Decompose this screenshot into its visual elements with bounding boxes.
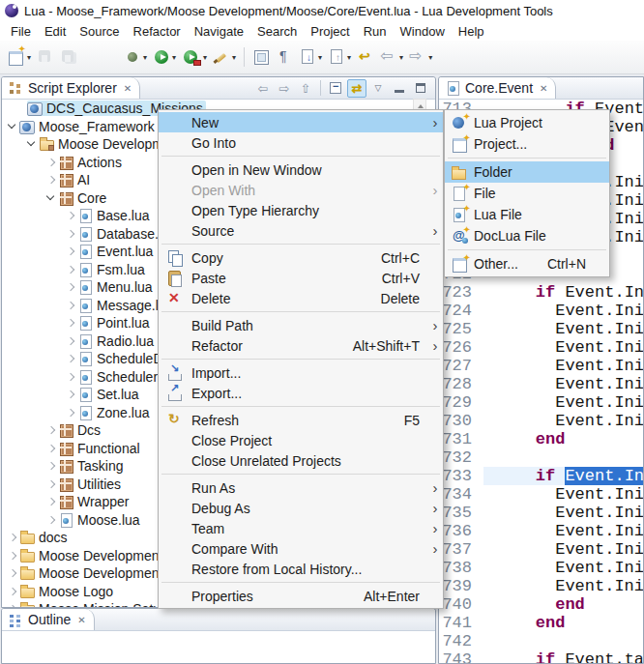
code-line-726[interactable]: 726 Event.IniUnitName = Event.IniDCSUnit… xyxy=(439,338,643,357)
forward-dropdown-icon[interactable]: ▾ xyxy=(428,53,432,62)
format-button[interactable]: ▾ xyxy=(211,45,238,69)
chevron-right-icon[interactable] xyxy=(44,422,58,438)
new-submenu-item-project[interactable]: Project... xyxy=(445,133,609,155)
chevron-right-icon[interactable] xyxy=(64,208,77,223)
chevron-right-icon[interactable] xyxy=(44,512,58,528)
new-submenu-item-lua-project[interactable]: Lua Project xyxy=(445,112,609,133)
tab-outline[interactable]: Outline ✕ xyxy=(2,609,95,630)
run-dropdown-icon[interactable]: ▾ xyxy=(172,53,176,62)
code-line-740[interactable]: 740 end xyxy=(439,595,643,614)
context-menu-item-debug-as[interactable]: Debug As› xyxy=(159,498,443,518)
menu-window[interactable]: Window xyxy=(394,22,452,41)
chevron-right-icon[interactable] xyxy=(44,476,58,492)
context-menu-item-open-type-hierarchy[interactable]: Open Type Hierarchy xyxy=(159,200,443,220)
coverage-dropdown-icon[interactable]: ▾ xyxy=(203,53,207,62)
context-menu-item-team[interactable]: Team› xyxy=(159,518,443,538)
chevron-right-icon[interactable] xyxy=(6,584,19,599)
view-back-button[interactable]: ⇦ xyxy=(253,79,273,98)
context-menu-item-refresh[interactable]: RefreshF5 xyxy=(159,410,443,430)
code-line-732[interactable]: 732 xyxy=(439,448,643,467)
menu-project[interactable]: Project xyxy=(304,22,356,41)
chevron-down-icon[interactable] xyxy=(6,119,19,134)
chevron-down-icon[interactable] xyxy=(25,136,39,152)
run-button[interactable]: ▾ xyxy=(151,45,178,69)
code-line-728[interactable]: 728 Event.IniDCSGroup = Event.IniDCSUnit… xyxy=(439,375,643,393)
close-icon[interactable]: ✕ xyxy=(77,615,85,625)
code-line-741[interactable]: 741 end xyxy=(439,614,643,632)
context-menu-item-close-project[interactable]: Close Project xyxy=(159,430,443,450)
menu-run[interactable]: Run xyxy=(357,22,394,41)
menu-help[interactable]: Help xyxy=(452,22,491,41)
forward-button[interactable]: ▾ xyxy=(407,45,434,69)
code-line-742[interactable]: 742 xyxy=(439,632,643,650)
code-line-733[interactable]: 733 if Event.IniObjectCategory == Object… xyxy=(439,467,643,485)
context-menu-item-compare-with[interactable]: Compare With› xyxy=(159,538,443,559)
next-annotation-button[interactable]: ▾ xyxy=(297,45,324,69)
code-line-739[interactable]: 739 Event.IniTypeName = Event.IniDCSUnit… xyxy=(439,577,643,595)
context-menu-item-close-unrelated-projects[interactable]: Close Unrelated Projects xyxy=(159,450,443,471)
chevron-right-icon[interactable] xyxy=(64,405,77,420)
chevron-right-icon[interactable] xyxy=(44,494,58,509)
close-icon[interactable]: ✕ xyxy=(124,83,132,94)
format-dropdown-icon[interactable]: ▾ xyxy=(232,53,236,62)
debug-dropdown-icon[interactable]: ▾ xyxy=(143,53,147,62)
chevron-right-icon[interactable] xyxy=(64,369,77,385)
context-menu-item-go-into[interactable]: Go Into xyxy=(159,132,443,153)
chevron-right-icon[interactable] xyxy=(44,458,58,474)
context-menu-item-restore-from-local-history[interactable]: Restore from Local History... xyxy=(159,559,443,579)
code-line-729[interactable]: 729 Event.IniDCSGroupName = Event.IniDCS… xyxy=(439,393,643,412)
chevron-right-icon[interactable] xyxy=(6,548,19,563)
context-menu-item-source[interactable]: Source› xyxy=(159,220,443,241)
code-line-737[interactable]: 737 Event.IniUnit = STATIC:FindByName( E… xyxy=(439,540,643,559)
back-button[interactable]: ▾ xyxy=(378,45,405,69)
collapse-all-button[interactable] xyxy=(326,79,345,98)
link-with-editor-button[interactable]: ⇄ xyxy=(347,79,366,98)
code-line-738[interactable]: 738 Event.IniCategory = Unit.Category.ST… xyxy=(439,559,643,577)
debug-button[interactable]: ▾ xyxy=(122,45,149,69)
context-menu-item-paste[interactable]: PasteCtrl+V xyxy=(159,268,443,288)
mark-occurrences-button[interactable] xyxy=(250,45,272,69)
menu-refactor[interactable]: Refactor xyxy=(127,22,188,41)
context-menu-item-import[interactable]: Import... xyxy=(159,362,443,383)
context-menu-item-delete[interactable]: DeleteDelete xyxy=(159,288,443,308)
prev-annotation-button[interactable]: ▾ xyxy=(326,45,353,69)
next-annotation-dropdown-icon[interactable]: ▾ xyxy=(318,53,322,62)
context-menu-item-build-path[interactable]: Build Path› xyxy=(159,315,443,335)
menu-navigate[interactable]: Navigate xyxy=(188,22,250,41)
close-icon[interactable]: ✕ xyxy=(540,83,547,94)
context-menu-item-refactor[interactable]: RefactorAlt+Shift+T› xyxy=(159,335,443,356)
code-line-723[interactable]: 723 if Event.IniObjectCategory == Object… xyxy=(439,283,643,302)
code-line-735[interactable]: 735 Event.IniDCSUnitName = Event.IniDCSU… xyxy=(439,504,643,522)
new-submenu-item-other[interactable]: Other...Ctrl+N xyxy=(445,253,609,274)
chevron-right-icon[interactable] xyxy=(64,244,77,259)
context-menu-item-copy[interactable]: CopyCtrl+C xyxy=(159,247,443,268)
menu-edit[interactable]: Edit xyxy=(38,22,73,41)
new-submenu-item-file[interactable]: File xyxy=(445,183,609,204)
code-line-736[interactable]: 736 Event.IniUnitName = Event.IniDCSUnit… xyxy=(439,522,643,540)
context-menu-item-run-as[interactable]: Run As› xyxy=(159,477,443,498)
menu-file[interactable]: File xyxy=(4,22,38,41)
context-menu-item-open-in-new-window[interactable]: Open in New Window xyxy=(159,159,443,180)
maximize-button[interactable] xyxy=(411,79,430,98)
chevron-right-icon[interactable] xyxy=(64,333,77,349)
menu-search[interactable]: Search xyxy=(250,22,304,41)
code-line-743[interactable]: 743 if Event.target and Event.target:isE… xyxy=(439,650,643,664)
code-line-725[interactable]: 725 Event.IniDCSUnitName = Event.IniDCSU… xyxy=(439,320,643,338)
code-line-731[interactable]: 731 end xyxy=(439,430,643,448)
chevron-right-icon[interactable] xyxy=(64,315,77,331)
new-submenu-item-lua-file[interactable]: Lua File xyxy=(445,204,609,225)
new-wizard-button[interactable]: ▾ xyxy=(6,45,33,69)
code-line-730[interactable]: 730 Event.IniGroup = GROUP:FindByName( E… xyxy=(439,412,643,430)
chevron-right-icon[interactable] xyxy=(44,155,58,170)
chevron-right-icon[interactable] xyxy=(44,172,58,188)
chevron-down-icon[interactable] xyxy=(44,190,58,206)
chevron-right-icon[interactable] xyxy=(64,351,77,366)
last-edit-button[interactable] xyxy=(355,45,376,69)
coverage-button[interactable]: ▾ xyxy=(180,45,209,69)
chevron-right-icon[interactable] xyxy=(44,441,58,456)
minimize-button[interactable] xyxy=(390,79,409,98)
chevron-right-icon[interactable] xyxy=(64,298,77,313)
back-dropdown-icon[interactable]: ▾ xyxy=(399,53,403,62)
show-whitespace-button[interactable] xyxy=(274,45,295,69)
chevron-right-icon[interactable] xyxy=(64,387,77,402)
